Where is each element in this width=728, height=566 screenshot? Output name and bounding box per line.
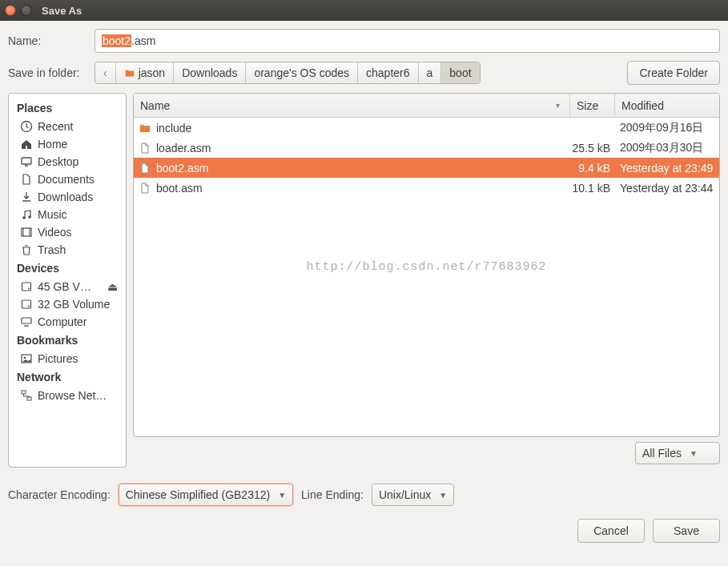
name-label: Name: xyxy=(8,34,88,47)
file-row[interactable]: boot.asm10.1 kBYesterday at 23:44 xyxy=(134,178,719,198)
svg-rect-5 xyxy=(22,283,31,291)
path-segment[interactable]: boot xyxy=(441,62,479,83)
file-filter-combo[interactable]: All Files ▼ xyxy=(635,442,720,464)
file-modified: Yesterday at 23:44 xyxy=(615,182,719,195)
minimize-icon[interactable] xyxy=(21,5,32,16)
path-segment-label: jason xyxy=(139,66,165,79)
sidebar-item[interactable]: Recent xyxy=(9,118,126,135)
save-button[interactable]: Save xyxy=(653,519,720,543)
places-header: Places xyxy=(9,98,126,118)
file-modified: 2009年09月16日 xyxy=(615,121,719,135)
file-modified: 2009年03月30日 xyxy=(615,141,719,155)
eject-icon[interactable]: ⏏ xyxy=(107,280,118,293)
column-name[interactable]: Name ▾ xyxy=(134,94,570,117)
file-name: loader.asm xyxy=(156,142,211,155)
pictures-icon xyxy=(20,352,33,365)
file-modified: Yesterday at 23:49 xyxy=(615,162,719,175)
encoding-value: Chinese Simplified (GB2312) xyxy=(126,488,271,501)
sidebar-item-label: Documents xyxy=(38,173,95,186)
sidebar-item-label: Home xyxy=(38,138,67,151)
sidebar-item-label: Computer xyxy=(38,315,86,328)
sidebar-item[interactable]: 32 GB Volume xyxy=(9,295,126,313)
path-segment-label: boot xyxy=(449,66,471,79)
drive-icon xyxy=(20,280,33,293)
window-title: Save As xyxy=(42,5,82,17)
sidebar-item[interactable]: Trash xyxy=(9,241,126,259)
file-row[interactable]: include2009年09月16日 xyxy=(134,118,719,138)
svg-point-2 xyxy=(22,216,26,219)
name-selected-text: boot2 xyxy=(102,34,131,47)
file-listing: Name ▾ Size Modified include2009年09月16日l… xyxy=(133,93,720,437)
document-icon xyxy=(20,173,33,186)
create-folder-button[interactable]: Create Folder xyxy=(627,61,720,85)
path-segment-label: Downloads xyxy=(182,66,237,79)
path-segment-label: a xyxy=(427,66,433,79)
sidebar-item[interactable]: 45 GB V…⏏ xyxy=(9,278,126,295)
path-segment[interactable]: Downloads xyxy=(174,62,246,83)
video-icon xyxy=(20,226,33,239)
name-input[interactable]: boot2.asm xyxy=(95,29,720,53)
sidebar-item[interactable]: Downloads xyxy=(9,188,126,206)
file-name: boot2.asm xyxy=(156,162,208,175)
path-segment-label: chapter6 xyxy=(366,66,409,79)
encoding-label: Character Encoding: xyxy=(8,488,111,501)
sidebar-item[interactable]: Desktop xyxy=(9,153,126,171)
encoding-combo[interactable]: Chinese Simplified (GB2312) ▼ xyxy=(119,484,293,506)
chevron-down-icon: ▼ xyxy=(439,491,447,500)
sidebar-item[interactable]: Browse Net… xyxy=(9,387,126,404)
file-filter-label: All Files xyxy=(642,447,682,460)
svg-point-6 xyxy=(28,288,30,290)
folder-row: Save in folder: ‹ jasonDownloadsorange's… xyxy=(8,61,720,85)
sidebar-item-label: Trash xyxy=(38,243,66,256)
svg-rect-1 xyxy=(22,158,31,164)
column-size[interactable]: Size xyxy=(570,94,615,117)
sidebar-item-label: 45 GB V… xyxy=(38,280,91,293)
column-name-label: Name xyxy=(140,99,170,112)
sidebar-item[interactable]: Documents xyxy=(9,171,126,188)
sidebar-item[interactable]: Pictures xyxy=(9,350,126,367)
bottom-options: Character Encoding: Chinese Simplified (… xyxy=(0,472,728,512)
svg-rect-9 xyxy=(22,318,31,323)
svg-point-3 xyxy=(28,215,31,219)
bookmarks-header: Bookmarks xyxy=(9,331,126,350)
path-segment[interactable]: chapter6 xyxy=(358,62,418,83)
file-icon xyxy=(139,162,151,175)
network-header: Network xyxy=(9,367,126,387)
file-header-row: Name ▾ Size Modified xyxy=(134,94,719,118)
path-breadcrumb: ‹ jasonDownloadsorange's OS codeschapter… xyxy=(95,62,481,84)
sidebar-item[interactable]: Videos xyxy=(9,223,126,241)
devices-header: Devices xyxy=(9,259,126,278)
close-icon[interactable] xyxy=(5,5,16,16)
music-icon xyxy=(20,208,33,221)
path-segment[interactable]: jason xyxy=(116,62,174,83)
sidebar-item[interactable]: Music xyxy=(9,206,126,223)
path-segment[interactable]: a xyxy=(419,62,442,83)
places-sidebar: Places RecentHomeDesktopDocumentsDownloa… xyxy=(8,93,127,468)
file-name: include xyxy=(156,122,191,134)
titlebar: Save As xyxy=(0,0,728,21)
sidebar-item-label: Desktop xyxy=(38,155,78,168)
folder-label: Save in folder: xyxy=(8,66,88,79)
cancel-button[interactable]: Cancel xyxy=(577,519,645,543)
file-size: 10.1 kB xyxy=(570,182,615,195)
line-ending-label: Line Ending: xyxy=(301,488,364,501)
column-modified[interactable]: Modified xyxy=(615,94,719,117)
computer-icon xyxy=(20,315,33,328)
sidebar-item[interactable]: Computer xyxy=(9,313,126,331)
line-ending-combo[interactable]: Unix/Linux ▼ xyxy=(372,484,454,506)
network-icon xyxy=(20,389,33,402)
action-row: Cancel Save xyxy=(0,512,728,551)
chevron-down-icon: ▼ xyxy=(278,491,286,500)
path-back-button[interactable]: ‹ xyxy=(95,62,116,83)
chevron-down-icon: ▼ xyxy=(690,449,698,458)
svg-rect-12 xyxy=(22,391,26,394)
sidebar-item-label: Videos xyxy=(38,226,72,239)
file-row[interactable]: loader.asm25.5 kB2009年03月30日 xyxy=(134,138,719,158)
svg-point-11 xyxy=(24,357,26,359)
path-segment[interactable]: orange's OS codes xyxy=(246,62,358,83)
sidebar-item[interactable]: Home xyxy=(9,135,126,153)
file-row[interactable]: boot2.asm9.4 kBYesterday at 23:49 xyxy=(134,158,719,178)
sidebar-item-label: 32 GB Volume xyxy=(38,298,110,311)
window-controls xyxy=(5,5,32,16)
sidebar-item-label: Recent xyxy=(38,120,73,133)
